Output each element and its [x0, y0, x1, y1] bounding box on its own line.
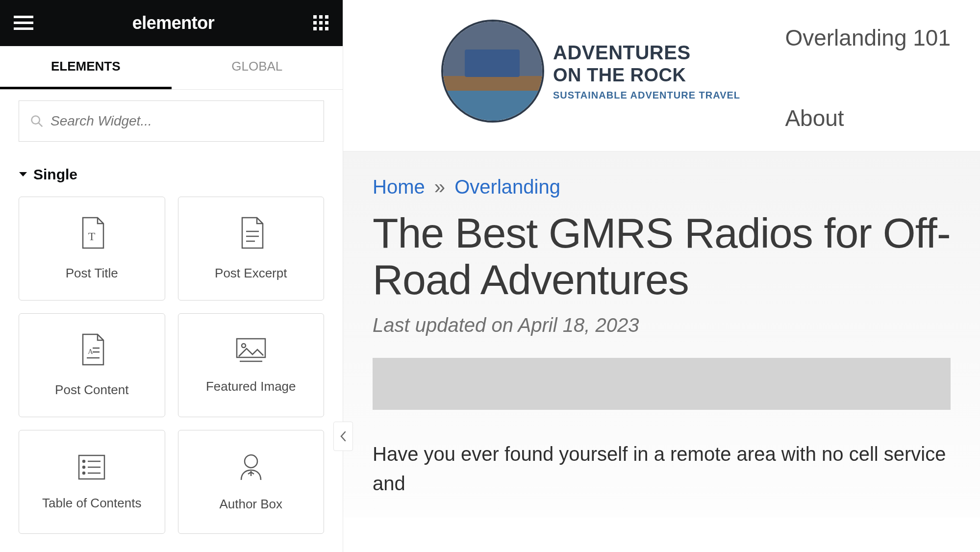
widget-label: Post Title — [66, 266, 118, 281]
site-nav: Overlanding 101 About — [785, 20, 951, 131]
post-title: The Best GMRS Radios for Off-Road Advent… — [373, 210, 951, 302]
author-box-icon — [237, 452, 265, 484]
widget-label: Post Excerpt — [215, 266, 287, 281]
sidebar-tabs: ELEMENTS GLOBAL — [0, 46, 343, 90]
featured-image-placeholder — [373, 358, 951, 410]
widget-label: Featured Image — [206, 379, 296, 394]
widget-post-excerpt[interactable]: Post Excerpt — [178, 197, 325, 301]
post-content-icon: A — [78, 333, 105, 370]
svg-point-30 — [83, 472, 85, 474]
breadcrumb-category[interactable]: Overlanding — [454, 176, 560, 198]
svg-rect-2 — [14, 27, 33, 30]
featured-image-icon — [235, 337, 267, 366]
post-excerpt-icon — [237, 217, 265, 253]
svg-rect-6 — [313, 21, 317, 25]
svg-point-32 — [245, 455, 257, 468]
widget-label: Table of Contents — [42, 496, 141, 511]
breadcrumb-home[interactable]: Home — [373, 176, 425, 198]
category-toggle-single[interactable]: Single — [19, 166, 324, 183]
post-body-text: Have you ever found yourself in a remote… — [373, 439, 951, 498]
svg-rect-4 — [319, 15, 323, 19]
svg-rect-9 — [313, 27, 317, 30]
post-content-area: Home » Overlanding The Best GMRS Radios … — [343, 151, 980, 518]
svg-rect-1 — [14, 22, 33, 24]
svg-rect-3 — [313, 15, 317, 19]
logo-badge-icon — [441, 20, 544, 123]
nav-link-overlanding-101[interactable]: Overlanding 101 — [785, 25, 951, 51]
svg-rect-7 — [319, 21, 323, 25]
search-input[interactable] — [50, 113, 313, 129]
widget-post-title[interactable]: T Post Title — [19, 197, 165, 301]
search-widget-box — [19, 100, 324, 142]
widget-post-content[interactable]: A Post Content — [19, 313, 165, 417]
chevron-left-icon — [340, 431, 347, 442]
svg-point-26 — [83, 460, 85, 462]
widget-table-of-contents[interactable]: Table of Contents — [19, 430, 165, 534]
chevron-down-icon — [19, 172, 27, 177]
breadcrumb-separator: » — [430, 176, 449, 198]
widget-label: Post Content — [55, 382, 128, 398]
site-header: ADVENTURES ON THE ROCK SUSTAINABLE ADVEN… — [343, 0, 980, 151]
editor-sidebar: elementor ELEMENTS GLOBAL Single — [0, 0, 343, 552]
svg-rect-5 — [325, 15, 328, 19]
tab-global[interactable]: GLOBAL — [172, 46, 343, 89]
table-of-contents-icon — [77, 453, 106, 483]
site-logo[interactable]: ADVENTURES ON THE ROCK SUSTAINABLE ADVEN… — [441, 20, 740, 123]
widget-author-box[interactable]: Author Box — [178, 430, 325, 534]
svg-rect-0 — [14, 16, 33, 18]
category-title: Single — [33, 166, 77, 183]
nav-link-about[interactable]: About — [785, 105, 951, 131]
post-title-icon: T — [78, 217, 105, 253]
svg-point-28 — [83, 466, 85, 468]
widget-featured-image[interactable]: Featured Image — [178, 313, 325, 417]
logo-text: ADVENTURES ON THE ROCK SUSTAINABLE ADVEN… — [553, 42, 740, 101]
svg-rect-11 — [325, 27, 328, 30]
svg-rect-8 — [325, 21, 328, 25]
post-meta-updated: Last updated on April 18, 2023 — [373, 314, 951, 336]
tab-elements[interactable]: ELEMENTS — [0, 46, 172, 89]
svg-point-23 — [242, 344, 246, 348]
page-preview: ADVENTURES ON THE ROCK SUSTAINABLE ADVEN… — [343, 0, 980, 552]
svg-line-13 — [39, 123, 42, 126]
hamburger-menu-icon[interactable] — [14, 16, 33, 30]
svg-rect-10 — [319, 27, 323, 30]
svg-text:T: T — [88, 230, 96, 243]
sidebar-header: elementor — [0, 0, 343, 46]
search-icon — [30, 114, 44, 128]
widget-grid: T Post Title Post Excerpt A Post Content — [19, 197, 324, 534]
breadcrumb: Home » Overlanding — [373, 176, 951, 198]
widget-label: Author Box — [219, 497, 282, 512]
elementor-logo: elementor — [132, 13, 215, 33]
apps-grid-icon[interactable] — [313, 15, 329, 31]
collapse-sidebar-button[interactable] — [333, 422, 353, 451]
svg-text:A: A — [88, 348, 93, 355]
